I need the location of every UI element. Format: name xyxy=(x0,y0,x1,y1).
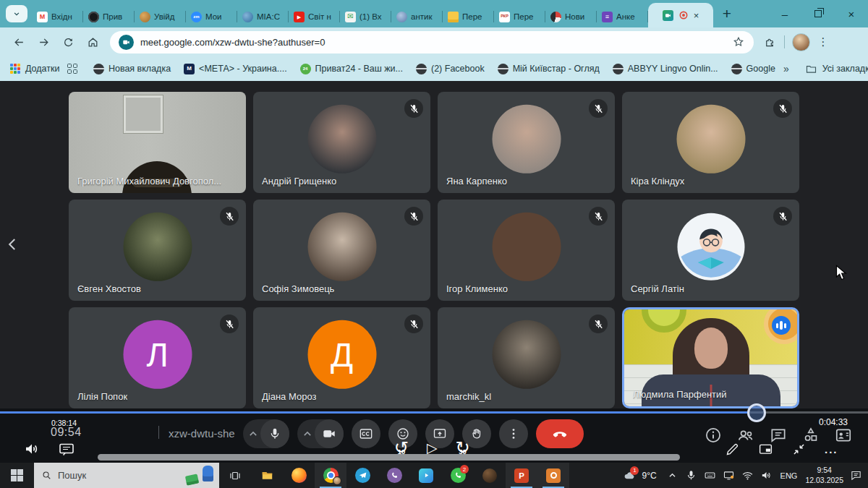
participant-tile[interactable]: Софія Зимовець xyxy=(253,200,430,301)
chevron-down-icon xyxy=(12,9,22,19)
profile-avatar[interactable] xyxy=(792,33,810,51)
participant-tile[interactable]: Ігор Клименко xyxy=(438,200,615,301)
tab-3[interactable]: zmМои xyxy=(186,6,237,27)
tray-keyboard-icon[interactable] xyxy=(704,469,716,481)
info-button[interactable] xyxy=(704,426,723,445)
language-indicator[interactable]: ENG xyxy=(780,471,798,480)
picture-in-picture-button[interactable] xyxy=(758,442,773,457)
all-bookmarks-button[interactable]: Усі закладки xyxy=(805,63,868,75)
mic-off-icon xyxy=(220,314,239,333)
tab-7[interactable]: антик xyxy=(391,6,443,27)
participant-tile[interactable]: Григорій Михайлович Довгопол... xyxy=(69,92,246,193)
start-button[interactable] xyxy=(0,463,34,488)
tab-4[interactable]: MIA:C xyxy=(237,6,289,27)
artrage-taskbar-button[interactable] xyxy=(474,463,506,488)
bookmark-item[interactable]: Новая вкладка xyxy=(93,64,171,74)
apps-shortcut[interactable]: Додатки xyxy=(10,64,59,74)
play-button[interactable]: ▷ xyxy=(427,439,438,458)
tab-1[interactable]: Прив xyxy=(83,6,135,27)
captions-button[interactable] xyxy=(352,419,380,448)
reload-button[interactable] xyxy=(56,30,80,53)
tab-2[interactable]: Увійд xyxy=(135,6,186,27)
screen-recorder-taskbar-button[interactable] xyxy=(537,463,569,488)
volume-icon[interactable] xyxy=(760,469,773,481)
taskbar-search[interactable]: Пошук xyxy=(34,463,219,488)
bookmark-item[interactable]: M<МЕТА> - Украина.... xyxy=(184,64,287,74)
telegram-taskbar-button[interactable] xyxy=(346,463,378,488)
close-tab-icon[interactable]: × xyxy=(694,10,699,21)
hidden-icons-chevron[interactable] xyxy=(666,469,678,481)
bookmark-item[interactable]: ABBYY Lingvo Onlin... xyxy=(613,64,718,74)
exit-fullscreen-button[interactable] xyxy=(791,442,807,457)
tab-0[interactable]: MВхідн xyxy=(32,6,83,27)
bookmark-item[interactable]: Google xyxy=(731,64,775,74)
action-center-icon[interactable] xyxy=(850,469,862,481)
player-progress-bar[interactable] xyxy=(98,454,680,461)
tab-8[interactable]: Пере xyxy=(443,6,494,27)
chrome-taskbar-button[interactable] xyxy=(315,463,346,488)
bookmark-item[interactable]: 24Приват24 - Ваш жи... xyxy=(300,64,403,74)
more-options-button[interactable] xyxy=(499,419,528,448)
rewind-10-button[interactable]: ↺10 xyxy=(392,438,411,458)
tab-6[interactable]: ✉(1) Вх xyxy=(340,6,391,27)
participant-tile[interactable]: ДДіана Мороз xyxy=(253,307,430,408)
bookmark-item[interactable]: Мій Київстар - Огляд xyxy=(498,64,600,74)
reading-list-icon[interactable] xyxy=(67,64,77,74)
weather-widget[interactable]: 1 9°C xyxy=(621,469,656,482)
previous-page-button[interactable] xyxy=(0,228,25,260)
new-tab-button[interactable]: + xyxy=(716,3,738,25)
tab-label: MIA:C xyxy=(257,12,284,21)
tray-microphone-icon[interactable] xyxy=(685,469,697,481)
firefox-taskbar-button[interactable] xyxy=(283,463,315,488)
tab-5[interactable]: ▶Світ н xyxy=(289,6,340,27)
volume-button[interactable] xyxy=(23,440,41,458)
participant-tile[interactable]: Людмила Парфентий xyxy=(622,307,799,408)
end-call-button[interactable] xyxy=(536,419,584,448)
participant-tile[interactable]: Сергій Латін xyxy=(622,200,799,301)
participant-tile[interactable]: ЛЛілія Попок xyxy=(69,307,246,408)
participant-tile[interactable]: marchik_kl xyxy=(438,307,615,408)
seek-thumb[interactable] xyxy=(747,403,766,422)
forward-30-button[interactable]: ↻30 xyxy=(454,438,472,458)
more-button[interactable]: ... xyxy=(825,442,838,457)
address-bar[interactable]: meet.google.com/xzw-dwtu-she?authuser=0 xyxy=(110,31,754,53)
microphone-button[interactable] xyxy=(260,419,289,448)
whatsapp-taskbar-button[interactable]: 2 xyxy=(442,463,474,488)
participant-tile[interactable]: Яна Карпенко xyxy=(438,92,615,193)
camera-button[interactable] xyxy=(315,419,344,448)
powerpoint-taskbar-button[interactable]: P xyxy=(506,463,537,488)
bookmarks-overflow-icon[interactable]: » xyxy=(783,63,789,74)
home-button[interactable] xyxy=(81,30,104,53)
draw-button[interactable] xyxy=(725,442,740,457)
captions-panel-button[interactable] xyxy=(58,440,75,458)
file-explorer-taskbar-button[interactable] xyxy=(251,463,283,488)
camera-options-icon[interactable] xyxy=(300,427,315,441)
taskbar-clock[interactable]: 9:54 12.03.2025 xyxy=(805,466,843,485)
participant-tile[interactable]: Кіра Кліндух xyxy=(622,92,799,193)
tab-active[interactable]: × xyxy=(648,3,713,27)
microphone-options-icon[interactable] xyxy=(246,427,260,441)
back-button[interactable] xyxy=(7,30,30,53)
player-tools: ... xyxy=(725,442,838,457)
bookmark-star-icon[interactable] xyxy=(732,35,745,48)
bookmark-item[interactable]: (2) Facebook xyxy=(416,64,485,74)
restore-button[interactable] xyxy=(801,0,835,27)
forward-button[interactable] xyxy=(32,30,55,53)
viber-taskbar-button[interactable] xyxy=(378,463,410,488)
media-player-taskbar-button[interactable] xyxy=(410,463,442,488)
tab-10[interactable]: Нови xyxy=(545,6,597,27)
minimize-button[interactable]: – xyxy=(768,0,801,27)
extensions-icon[interactable] xyxy=(764,35,777,48)
close-window-button[interactable]: × xyxy=(835,0,868,27)
task-view-taskbar-button[interactable] xyxy=(219,463,251,488)
browser-menu-icon[interactable]: ⋮ xyxy=(817,35,829,48)
tab-9[interactable]: РКРПере xyxy=(494,6,545,27)
mic-off-icon xyxy=(404,99,423,118)
tray-display-icon[interactable] xyxy=(723,469,735,481)
player-seek-bar[interactable] xyxy=(0,411,868,414)
participant-tile[interactable]: Андрій Грищенко xyxy=(253,92,430,193)
wifi-icon[interactable] xyxy=(741,469,754,481)
participant-tile[interactable]: Євген Хвостов xyxy=(69,200,246,301)
tab-11[interactable]: ≡Анке xyxy=(597,6,648,27)
tab-search-button[interactable] xyxy=(6,5,27,22)
